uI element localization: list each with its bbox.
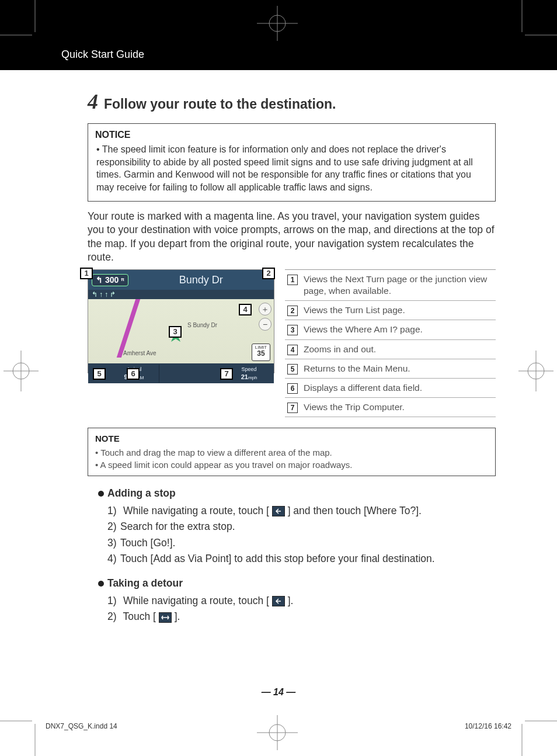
road-label: Amherst Ave [123, 349, 156, 358]
back-arrow-icon [272, 596, 285, 606]
legend-text: Views the Next Turn page or the junction… [304, 273, 493, 297]
turn-distance-unit: ft [121, 277, 124, 283]
subsection-heading: Adding a stop [98, 487, 496, 501]
legend-text: Views the Trip Computer. [304, 401, 493, 413]
back-arrow-icon [272, 506, 285, 516]
lane-icon: ↱ [110, 290, 116, 299]
callout-3: 3 [169, 326, 182, 338]
detour-section: Taking a detour 1) While navigating a ro… [98, 577, 496, 624]
legend-num: 2 [287, 306, 298, 316]
turn-arrow-icon: ↰ [96, 275, 103, 286]
callout-6: 6 [127, 368, 140, 380]
lane-icon: ↑ [99, 290, 103, 299]
note-box: NOTE Touch and drag the map to view a di… [88, 428, 496, 476]
route-line [117, 299, 153, 358]
street-name-bar[interactable]: Bundy Dr [132, 273, 270, 287]
legend-num: 4 [287, 345, 298, 355]
legend-text: Views the Turn List page. [304, 304, 493, 316]
legend-text: Returns to the Main Menu. [304, 363, 493, 374]
section-title: Quick Start Guide [61, 48, 144, 65]
zoom-out-button[interactable]: − [259, 318, 271, 331]
step-item: 1) While navigating a route, touch [ ] a… [107, 504, 496, 518]
note-item: Touch and drag the map to view a differe… [95, 447, 488, 459]
footer-stamp: 10/12/16 16:42 [465, 722, 511, 730]
lane-assist-row: ↰ ↑ ↑ ↱ [88, 290, 274, 299]
subsection-heading: Taking a detour [98, 577, 496, 591]
legend-num: 6 [287, 383, 298, 394]
callout-7: 7 [220, 368, 233, 380]
next-turn-chip[interactable]: ↰ 300ft [92, 274, 128, 286]
note-title: NOTE [95, 433, 488, 445]
page-number: — 14 — [0, 687, 557, 698]
step-number: 4 [88, 88, 98, 116]
callout-1: 1 [80, 268, 93, 279]
callout-5: 5 [93, 368, 106, 380]
turn-distance: 300 [105, 275, 119, 286]
zoom-in-button[interactable]: ＋ [259, 303, 271, 315]
legend-num: 3 [287, 325, 298, 335]
road-label: S Bundy Dr [187, 321, 217, 330]
map-screenshot: ↰ 300ft Bundy Dr ↰ ↑ ↑ ↱ S Bundy Dr Amhe… [88, 269, 274, 373]
legend-num: 1 [287, 275, 298, 285]
callout-4: 4 [239, 304, 252, 315]
step-item: 1) While navigating a route, touch [ ]. [107, 594, 496, 608]
legend-num: 7 [287, 403, 298, 413]
legend-text: Zooms in and out. [304, 344, 493, 355]
speed-unit: mph [248, 375, 257, 380]
callout-2: 2 [262, 268, 275, 279]
limit-value: 35 [252, 350, 270, 358]
detour-icon [159, 612, 172, 623]
legend-text: Views the Where Am I? page. [304, 324, 493, 335]
speed-value: 21 [241, 373, 248, 380]
speed-limit-sign: LIMIT 35 [252, 344, 270, 361]
callout-legend: 1Views the Next Turn page or the junctio… [285, 269, 496, 417]
step-item: 2)Search for the extra stop. [107, 520, 496, 534]
print-footer: DNX7_QSG_K.indd 14 10/12/16 16:42 [46, 722, 511, 730]
step-item: 4)Touch [Add as Via Point] to add this s… [107, 552, 496, 566]
lane-icon: ↑ [105, 290, 108, 299]
legend-text: Displays a different data field. [304, 382, 493, 394]
notice-title: NOTICE [95, 129, 488, 141]
lane-icon: ↰ [92, 290, 98, 299]
step-heading: 4 Follow your route to the destination. [88, 88, 496, 116]
legend-num: 5 [287, 364, 298, 374]
notice-item: The speed limit icon feature is for info… [96, 143, 488, 193]
step-title: Follow your route to the destination. [104, 95, 336, 113]
step-item: 3)Touch [Go!]. [107, 536, 496, 550]
footer-file: DNX7_QSG_K.indd 14 [46, 722, 117, 730]
note-item: A speed limit icon could appear as you t… [95, 459, 488, 471]
adding-stop-section: Adding a stop 1) While navigating a rout… [98, 487, 496, 566]
intro-paragraph: Your route is marked with a magenta line… [88, 210, 496, 265]
step-item: 2) Touch [ ]. [107, 610, 496, 624]
notice-box: NOTICE The speed limit icon feature is f… [88, 123, 496, 202]
